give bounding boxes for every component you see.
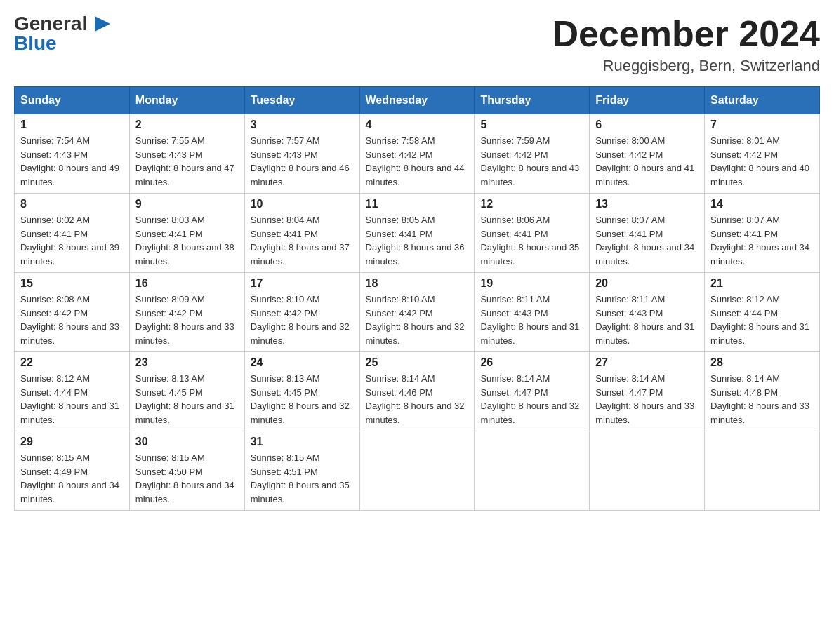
svg-marker-0 bbox=[95, 16, 110, 32]
day-number: 31 bbox=[251, 436, 354, 448]
day-info: Sunrise: 8:15 AMSunset: 4:50 PMDaylight:… bbox=[135, 452, 234, 504]
day-number: 20 bbox=[595, 277, 699, 290]
table-row: 17 Sunrise: 8:10 AMSunset: 4:42 PMDaylig… bbox=[244, 273, 359, 352]
day-info: Sunrise: 8:11 AMSunset: 4:43 PMDaylight:… bbox=[595, 294, 694, 346]
table-row: 27 Sunrise: 8:14 AMSunset: 4:47 PMDaylig… bbox=[590, 352, 705, 431]
table-row: 3 Sunrise: 7:57 AMSunset: 4:43 PMDayligh… bbox=[244, 114, 359, 194]
table-row: 8 Sunrise: 8:02 AMSunset: 4:41 PMDayligh… bbox=[15, 194, 130, 273]
table-row: 10 Sunrise: 8:04 AMSunset: 4:41 PMDaylig… bbox=[244, 194, 359, 273]
day-info: Sunrise: 8:03 AMSunset: 4:41 PMDaylight:… bbox=[135, 215, 234, 267]
table-row: 28 Sunrise: 8:14 AMSunset: 4:48 PMDaylig… bbox=[705, 352, 820, 431]
logo-blue-text: Blue bbox=[14, 32, 57, 54]
day-info: Sunrise: 8:14 AMSunset: 4:46 PMDaylight:… bbox=[366, 373, 465, 425]
day-info: Sunrise: 7:55 AMSunset: 4:43 PMDaylight:… bbox=[135, 135, 234, 187]
table-row: 4 Sunrise: 7:58 AMSunset: 4:42 PMDayligh… bbox=[359, 114, 475, 194]
day-number: 22 bbox=[20, 356, 124, 369]
table-row: 19 Sunrise: 8:11 AMSunset: 4:43 PMDaylig… bbox=[475, 273, 590, 352]
day-number: 9 bbox=[135, 198, 239, 210]
day-number: 2 bbox=[135, 119, 239, 131]
day-info: Sunrise: 8:14 AMSunset: 4:47 PMDaylight:… bbox=[595, 373, 694, 425]
day-number: 30 bbox=[135, 436, 239, 448]
day-info: Sunrise: 8:13 AMSunset: 4:45 PMDaylight:… bbox=[251, 373, 350, 425]
location-subtitle: Rueggisberg, Bern, Switzerland bbox=[552, 57, 820, 75]
table-row: 22 Sunrise: 8:12 AMSunset: 4:44 PMDaylig… bbox=[15, 352, 130, 431]
col-tuesday: Tuesday bbox=[244, 87, 359, 114]
day-number: 26 bbox=[480, 356, 583, 369]
col-saturday: Saturday bbox=[705, 87, 820, 114]
table-row bbox=[590, 431, 705, 511]
day-info: Sunrise: 8:02 AMSunset: 4:41 PMDaylight:… bbox=[20, 215, 119, 267]
table-row bbox=[705, 431, 820, 511]
day-info: Sunrise: 8:00 AMSunset: 4:42 PMDaylight:… bbox=[595, 135, 694, 187]
day-number: 23 bbox=[135, 356, 239, 369]
day-number: 4 bbox=[366, 119, 469, 131]
table-row: 25 Sunrise: 8:14 AMSunset: 4:46 PMDaylig… bbox=[359, 352, 475, 431]
day-number: 28 bbox=[710, 356, 814, 369]
day-info: Sunrise: 8:01 AMSunset: 4:42 PMDaylight:… bbox=[710, 135, 809, 187]
table-row: 23 Sunrise: 8:13 AMSunset: 4:45 PMDaylig… bbox=[129, 352, 244, 431]
col-monday: Monday bbox=[129, 87, 244, 114]
calendar-week-row: 29 Sunrise: 8:15 AMSunset: 4:49 PMDaylig… bbox=[15, 431, 820, 511]
table-row: 9 Sunrise: 8:03 AMSunset: 4:41 PMDayligh… bbox=[129, 194, 244, 273]
day-info: Sunrise: 8:11 AMSunset: 4:43 PMDaylight:… bbox=[480, 294, 579, 346]
day-number: 13 bbox=[595, 198, 699, 210]
table-row: 14 Sunrise: 8:07 AMSunset: 4:41 PMDaylig… bbox=[705, 194, 820, 273]
day-number: 12 bbox=[480, 198, 583, 210]
day-info: Sunrise: 7:59 AMSunset: 4:42 PMDaylight:… bbox=[480, 135, 579, 187]
table-row: 7 Sunrise: 8:01 AMSunset: 4:42 PMDayligh… bbox=[705, 114, 820, 194]
day-number: 24 bbox=[251, 356, 354, 369]
day-number: 3 bbox=[251, 119, 354, 131]
day-number: 5 bbox=[480, 119, 583, 131]
day-number: 17 bbox=[251, 277, 354, 290]
table-row: 2 Sunrise: 7:55 AMSunset: 4:43 PMDayligh… bbox=[129, 114, 244, 194]
table-row: 30 Sunrise: 8:15 AMSunset: 4:50 PMDaylig… bbox=[129, 431, 244, 511]
day-info: Sunrise: 8:08 AMSunset: 4:42 PMDaylight:… bbox=[20, 294, 119, 346]
calendar-week-row: 1 Sunrise: 7:54 AMSunset: 4:43 PMDayligh… bbox=[15, 114, 820, 194]
day-info: Sunrise: 8:07 AMSunset: 4:41 PMDaylight:… bbox=[595, 215, 694, 267]
calendar-header-row: Sunday Monday Tuesday Wednesday Thursday… bbox=[15, 87, 820, 114]
day-info: Sunrise: 8:05 AMSunset: 4:41 PMDaylight:… bbox=[366, 215, 465, 267]
table-row: 29 Sunrise: 8:15 AMSunset: 4:49 PMDaylig… bbox=[15, 431, 130, 511]
day-info: Sunrise: 7:57 AMSunset: 4:43 PMDaylight:… bbox=[251, 135, 350, 187]
day-info: Sunrise: 8:12 AMSunset: 4:44 PMDaylight:… bbox=[20, 373, 119, 425]
day-info: Sunrise: 8:14 AMSunset: 4:48 PMDaylight:… bbox=[710, 373, 809, 425]
day-number: 27 bbox=[595, 356, 699, 369]
day-info: Sunrise: 8:07 AMSunset: 4:41 PMDaylight:… bbox=[710, 215, 809, 267]
day-info: Sunrise: 8:10 AMSunset: 4:42 PMDaylight:… bbox=[366, 294, 465, 346]
day-info: Sunrise: 8:15 AMSunset: 4:49 PMDaylight:… bbox=[20, 452, 119, 504]
day-info: Sunrise: 7:58 AMSunset: 4:42 PMDaylight:… bbox=[366, 135, 465, 187]
table-row: 12 Sunrise: 8:06 AMSunset: 4:41 PMDaylig… bbox=[475, 194, 590, 273]
day-number: 15 bbox=[20, 277, 124, 290]
day-number: 16 bbox=[135, 277, 239, 290]
day-number: 18 bbox=[366, 277, 469, 290]
table-row: 15 Sunrise: 8:08 AMSunset: 4:42 PMDaylig… bbox=[15, 273, 130, 352]
day-info: Sunrise: 8:14 AMSunset: 4:47 PMDaylight:… bbox=[480, 373, 579, 425]
table-row: 24 Sunrise: 8:13 AMSunset: 4:45 PMDaylig… bbox=[244, 352, 359, 431]
day-number: 25 bbox=[366, 356, 469, 369]
day-info: Sunrise: 8:04 AMSunset: 4:41 PMDaylight:… bbox=[251, 215, 350, 267]
day-number: 10 bbox=[251, 198, 354, 210]
table-row: 16 Sunrise: 8:09 AMSunset: 4:42 PMDaylig… bbox=[129, 273, 244, 352]
table-row: 31 Sunrise: 8:15 AMSunset: 4:51 PMDaylig… bbox=[244, 431, 359, 511]
table-row bbox=[359, 431, 475, 511]
calendar-week-row: 15 Sunrise: 8:08 AMSunset: 4:42 PMDaylig… bbox=[15, 273, 820, 352]
day-number: 1 bbox=[20, 119, 124, 131]
table-row: 1 Sunrise: 7:54 AMSunset: 4:43 PMDayligh… bbox=[15, 114, 130, 194]
table-row: 5 Sunrise: 7:59 AMSunset: 4:42 PMDayligh… bbox=[475, 114, 590, 194]
col-friday: Friday bbox=[590, 87, 705, 114]
day-number: 14 bbox=[710, 198, 814, 210]
day-info: Sunrise: 8:10 AMSunset: 4:42 PMDaylight:… bbox=[251, 294, 350, 346]
month-title: December 2024 bbox=[552, 14, 820, 54]
table-row bbox=[475, 431, 590, 511]
logo-general-text: General bbox=[14, 14, 87, 34]
table-row: 26 Sunrise: 8:14 AMSunset: 4:47 PMDaylig… bbox=[475, 352, 590, 431]
day-info: Sunrise: 8:12 AMSunset: 4:44 PMDaylight:… bbox=[710, 294, 809, 346]
col-sunday: Sunday bbox=[15, 87, 130, 114]
logo: General Blue bbox=[14, 14, 110, 53]
col-thursday: Thursday bbox=[475, 87, 590, 114]
calendar-table: Sunday Monday Tuesday Wednesday Thursday… bbox=[14, 86, 820, 511]
day-number: 6 bbox=[595, 119, 699, 131]
table-row: 21 Sunrise: 8:12 AMSunset: 4:44 PMDaylig… bbox=[705, 273, 820, 352]
day-info: Sunrise: 7:54 AMSunset: 4:43 PMDaylight:… bbox=[20, 135, 119, 187]
calendar-week-row: 22 Sunrise: 8:12 AMSunset: 4:44 PMDaylig… bbox=[15, 352, 820, 431]
